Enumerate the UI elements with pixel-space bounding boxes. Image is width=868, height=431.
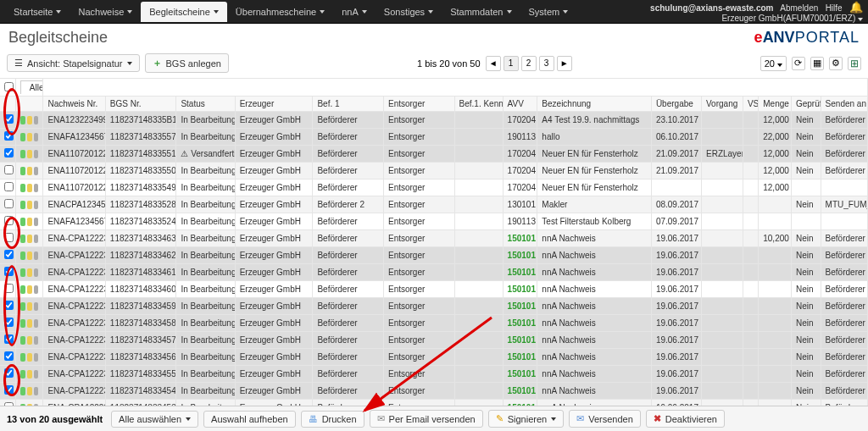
tab-alle[interactable]: Alle (20, 80, 43, 94)
deactivate-button[interactable]: ✖Deaktivieren (646, 410, 725, 428)
row-action-icons[interactable] (20, 319, 39, 328)
col-header[interactable]: Vorgang (702, 97, 743, 112)
row-checkbox[interactable] (4, 267, 14, 276)
row-action-icons[interactable] (20, 201, 39, 209)
pager-page-2[interactable]: 2 (521, 56, 537, 71)
row-action-icons[interactable] (20, 116, 39, 124)
col-header[interactable]: Bef. 1 (313, 97, 384, 112)
row-action-icons[interactable] (20, 218, 39, 226)
table-row[interactable]: ENA123223499118237148335B1In Bearbeitung… (0, 112, 868, 129)
col-header[interactable]: Status (176, 97, 235, 112)
table-row[interactable]: ENA-CPA1222311823714833462In Bearbeitung… (0, 247, 868, 264)
bell-icon[interactable]: 🔔 (849, 1, 863, 14)
col-header[interactable] (15, 97, 43, 112)
refresh-icon[interactable]: ⟳ (792, 57, 805, 70)
col-header[interactable]: Geprüft (791, 97, 821, 112)
nav-item-übernahmescheine[interactable]: Übernahmescheine (227, 2, 333, 22)
config-icon[interactable]: ⚙ (829, 57, 843, 70)
select-all-button[interactable]: Alle auswählen (111, 411, 198, 428)
new-bgs-button[interactable]: ＋ BGS anlegen (145, 53, 229, 73)
send-button[interactable]: ✉Versenden (569, 410, 641, 428)
row-checkbox[interactable] (4, 148, 14, 157)
table-row[interactable]: ENA-CPA1222311823714833463In Bearbeitung… (0, 230, 868, 247)
deselect-button[interactable]: Auswahl aufheben (203, 411, 296, 428)
select-all-checkbox[interactable] (4, 82, 14, 91)
row-action-icons[interactable] (20, 336, 39, 345)
col-header[interactable]: Bef.1. Kennz. (454, 97, 503, 112)
row-checkbox[interactable] (4, 131, 14, 141)
table-row[interactable]: ENA-CPA1222311823714833461In Bearbeitung… (0, 264, 868, 281)
col-header[interactable]: Senden an (821, 97, 867, 112)
nav-item-nna[interactable]: nnA (333, 2, 376, 22)
col-header[interactable]: VS (743, 97, 758, 112)
row-checkbox[interactable] (4, 351, 14, 361)
col-header[interactable]: AVV (503, 97, 537, 112)
col-header[interactable]: Erzeuger (235, 97, 313, 112)
row-checkbox[interactable] (4, 216, 14, 225)
table-row[interactable]: ENA-CPA1222311823714833460In Bearbeitung… (0, 281, 868, 298)
table-row[interactable]: ENAFA123456711823714833557In Bearbeitung… (0, 129, 868, 146)
view-selector[interactable]: ☰ Ansicht: Stapelsignatur (7, 54, 140, 72)
table-row[interactable]: ENA-CPA1222311823714833456In Bearbeitung… (0, 349, 868, 366)
org-label[interactable]: Erzeuger GmbH(AFUM70001/ERZ) (721, 14, 855, 23)
nav-item-sonstiges[interactable]: Sonstiges (376, 2, 442, 22)
row-action-icons[interactable] (20, 133, 39, 141)
table-row[interactable]: ENA-CPA1222311823714833458In Bearbeitung… (0, 315, 868, 332)
print-button[interactable]: 🖶Drucken (301, 411, 364, 428)
row-checkbox[interactable] (4, 368, 14, 378)
table-icon[interactable]: ▦ (810, 57, 824, 70)
excel-export-icon[interactable]: ⊞ (848, 57, 861, 70)
table-row[interactable]: ENA11072012211823714833550In Bearbeitung… (0, 163, 868, 180)
pager-next[interactable]: ► (557, 56, 572, 71)
table-row[interactable]: ENA-CPA1222311823714833459In Bearbeitung… (0, 298, 868, 315)
row-checkbox[interactable] (4, 182, 14, 191)
nav-item-stammdaten[interactable]: Stammdaten (442, 2, 520, 22)
email-button[interactable]: ✉Per Email versenden (370, 410, 483, 428)
table-row[interactable]: ENA-CPA1222311823714833455In Bearbeitung… (0, 366, 868, 383)
help-link[interactable]: Hilfe (826, 3, 843, 13)
nav-item-startseite[interactable]: Startseite (5, 2, 70, 22)
row-checkbox[interactable] (4, 334, 14, 344)
row-checkbox[interactable] (4, 301, 14, 310)
col-header[interactable]: Entsorger (383, 97, 454, 112)
col-header[interactable]: Menge (759, 97, 792, 112)
nav-item-system[interactable]: System (520, 2, 577, 22)
table-row[interactable]: ENACPA12345611823714833528In Bearbeitung… (0, 196, 868, 213)
row-checkbox[interactable] (4, 385, 14, 395)
nav-item-nachweise[interactable]: Nachweise (70, 2, 141, 22)
col-header[interactable]: Bezeichnung (537, 97, 652, 112)
table-row[interactable]: ENAFA123456711823714833524In Bearbeitung… (0, 213, 868, 230)
pager-prev[interactable]: ◄ (486, 56, 501, 71)
row-action-icons[interactable] (20, 285, 39, 294)
row-checkbox[interactable] (4, 233, 14, 242)
col-header[interactable] (0, 97, 15, 112)
row-checkbox[interactable] (4, 114, 14, 124)
nav-item-begleitscheine[interactable]: Begleitscheine (141, 2, 227, 22)
row-checkbox[interactable] (4, 199, 14, 208)
table-row[interactable]: ENA11072012211823714833549In Bearbeitung… (0, 180, 868, 196)
row-action-icons[interactable] (20, 184, 39, 192)
row-checkbox[interactable] (4, 165, 14, 174)
row-action-icons[interactable] (20, 150, 39, 158)
row-action-icons[interactable] (20, 370, 39, 379)
row-action-icons[interactable] (20, 387, 39, 395)
col-header[interactable]: Übergabe (651, 97, 701, 112)
table-row[interactable]: ENA-CPA1222311823714833457In Bearbeitung… (0, 332, 868, 349)
row-action-icons[interactable] (20, 235, 39, 243)
logout-link[interactable]: Abmelden (780, 3, 818, 13)
row-checkbox[interactable] (4, 250, 14, 259)
table-row[interactable]: ENA-CPA1222311823714833454In Bearbeitung… (0, 383, 868, 400)
row-action-icons[interactable] (20, 353, 39, 362)
row-action-icons[interactable] (20, 251, 39, 260)
table-row[interactable]: ENA11072012211823714833551⚠ Versandferti… (0, 146, 868, 163)
row-action-icons[interactable] (20, 302, 39, 311)
page-size-select[interactable]: 20 (760, 56, 787, 71)
col-header[interactable]: BGS Nr. (105, 97, 176, 112)
pager-page-1[interactable]: 1 (504, 56, 519, 71)
row-checkbox[interactable] (4, 284, 14, 293)
pager-page-3[interactable]: 3 (539, 56, 554, 71)
sign-button[interactable]: ✎Signieren (488, 410, 564, 428)
row-action-icons[interactable] (20, 268, 39, 277)
col-header[interactable]: Nachweis Nr. (43, 97, 105, 112)
row-action-icons[interactable] (20, 167, 39, 175)
